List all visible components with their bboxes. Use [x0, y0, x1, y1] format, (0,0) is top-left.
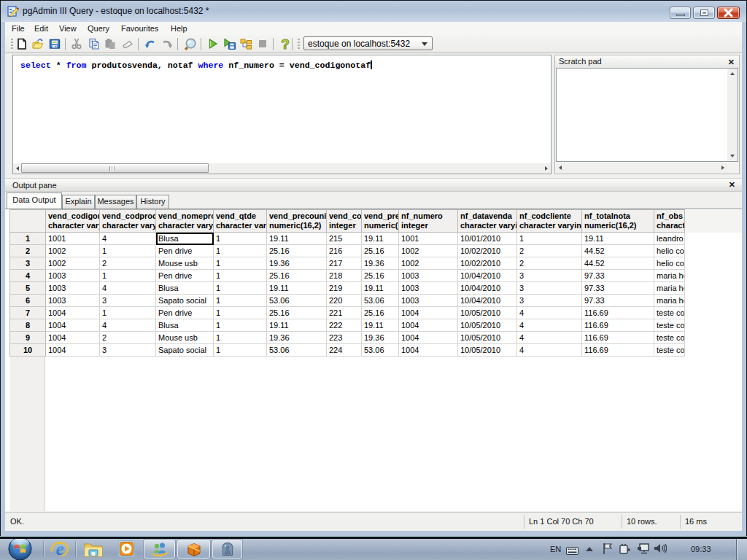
- svg-text:?: ?: [281, 38, 290, 50]
